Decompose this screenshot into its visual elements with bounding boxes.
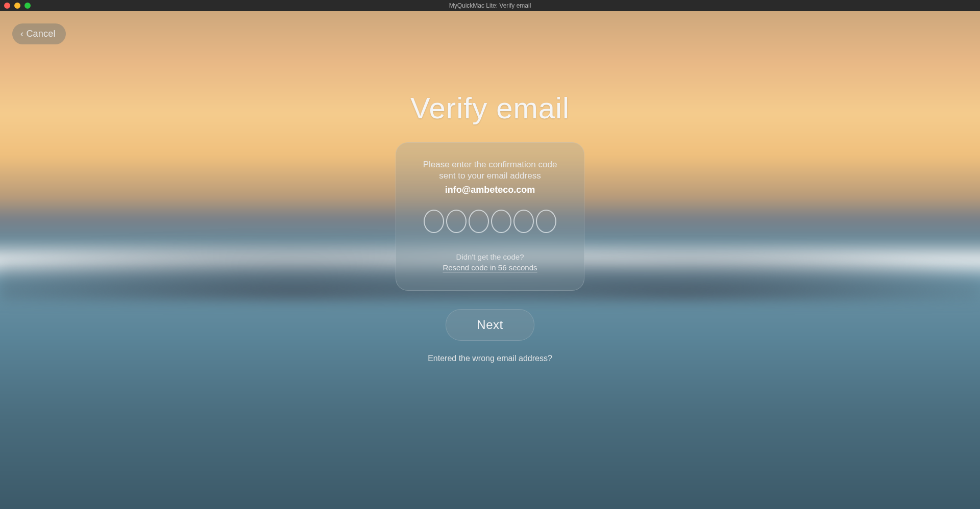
verify-card: Please enter the confirmation code sent …: [396, 142, 584, 291]
cancel-button[interactable]: ‹ Cancel: [12, 23, 66, 44]
main-content: Verify email Please enter the confirmati…: [0, 11, 980, 509]
didnt-get-code-label: Didn't get the code?: [456, 252, 524, 261]
page-title: Verify email: [410, 91, 570, 125]
next-button[interactable]: Next: [446, 309, 534, 341]
close-window-button[interactable]: [4, 3, 10, 9]
code-digit-6[interactable]: [536, 210, 556, 233]
email-address: info@ambeteco.com: [445, 185, 535, 195]
traffic-lights: [4, 3, 31, 9]
maximize-window-button[interactable]: [24, 3, 31, 9]
instruction-line-1: Please enter the confirmation code: [423, 159, 557, 170]
instruction-line-2: sent to your email address: [439, 170, 541, 182]
window-title: MyQuickMac Lite: Verify email: [449, 2, 531, 9]
code-input-group: [424, 210, 556, 233]
code-digit-3[interactable]: [469, 210, 489, 233]
code-digit-4[interactable]: [491, 210, 511, 233]
code-digit-5[interactable]: [513, 210, 534, 233]
app-content: ‹ Cancel Verify email Please enter the c…: [0, 11, 980, 509]
wrong-email-link[interactable]: Entered the wrong email address?: [428, 354, 552, 363]
titlebar: MyQuickMac Lite: Verify email: [0, 0, 980, 11]
code-digit-1[interactable]: [424, 210, 444, 233]
resend-code-link[interactable]: Resend code in 56 seconds: [443, 263, 537, 272]
code-digit-2[interactable]: [446, 210, 467, 233]
minimize-window-button[interactable]: [14, 3, 20, 9]
